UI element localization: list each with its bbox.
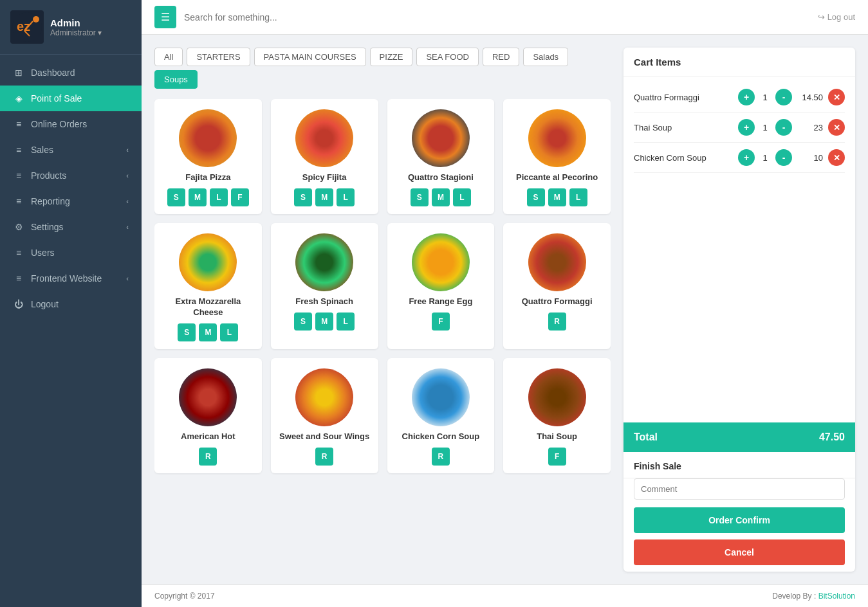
size-btn-m[interactable]: M bbox=[432, 188, 450, 206]
dev-credit: Develop By : BitSolution bbox=[772, 592, 855, 601]
size-btn-l[interactable]: L bbox=[453, 188, 471, 206]
sidebar-item-label: Logout bbox=[31, 299, 59, 309]
category-tab-pizze[interactable]: PIZZE bbox=[370, 48, 413, 66]
size-btn-m[interactable]: M bbox=[189, 188, 207, 206]
product-card: Quattro Stagioni SML bbox=[387, 99, 495, 214]
cart-qty-plus-button[interactable]: + bbox=[738, 149, 755, 166]
brand-logo-icon: ez bbox=[10, 10, 44, 44]
size-btn-r[interactable]: R bbox=[315, 448, 333, 466]
sidebar-item-online-orders[interactable]: ≡ Online Orders bbox=[0, 111, 142, 137]
product-card: Fresh Spinach SML bbox=[271, 223, 378, 349]
product-name: Fajita Pizza bbox=[185, 172, 230, 183]
sidebar-item-sales[interactable]: ≡ Sales ‹ bbox=[0, 137, 142, 163]
size-btn-l[interactable]: L bbox=[337, 188, 355, 206]
products-grid: Fajita Pizza SMLF Spicy Fijita SML Quatt… bbox=[154, 99, 611, 572]
sidebar-item-users[interactable]: ≡ Users bbox=[0, 240, 142, 266]
cancel-button[interactable]: Cancel bbox=[634, 539, 845, 565]
size-btn-m[interactable]: M bbox=[315, 313, 333, 331]
frontend-nav-icon: ≡ bbox=[13, 273, 24, 284]
cart-qty-plus-button[interactable]: + bbox=[738, 89, 755, 105]
size-btn-r[interactable]: R bbox=[432, 448, 450, 466]
size-btn-m[interactable]: M bbox=[315, 188, 333, 206]
cart-total-value: 47.50 bbox=[819, 431, 845, 443]
size-buttons: F bbox=[548, 448, 566, 466]
product-card: Free Range Egg F bbox=[387, 223, 495, 349]
products-nav-icon: ≡ bbox=[13, 170, 24, 181]
menu-toggle-button[interactable]: ☰ bbox=[154, 6, 176, 28]
sidebar-item-logout[interactable]: ⏻ Logout bbox=[0, 291, 142, 317]
product-img-placeholder bbox=[412, 109, 470, 167]
product-image bbox=[295, 109, 353, 167]
cart-qty-minus-button[interactable]: - bbox=[775, 119, 792, 136]
size-btn-m[interactable]: M bbox=[199, 323, 217, 341]
size-btn-f[interactable]: F bbox=[231, 188, 249, 206]
size-btn-l[interactable]: L bbox=[569, 188, 587, 206]
copyright-text: Copyright © 2017 bbox=[154, 592, 215, 601]
comment-input[interactable] bbox=[634, 478, 845, 500]
cart-item: Thai Soup + 1 - 23 ✕ bbox=[634, 113, 845, 143]
sidebar-item-products[interactable]: ≡ Products ‹ bbox=[0, 163, 142, 188]
cart-item-qty: 1 bbox=[760, 123, 770, 132]
product-name: Sweet and Sour Wings bbox=[279, 431, 369, 442]
size-btn-s[interactable]: S bbox=[167, 188, 185, 206]
size-btn-f[interactable]: F bbox=[548, 448, 566, 466]
size-btn-l[interactable]: L bbox=[337, 313, 355, 331]
category-tab-red[interactable]: RED bbox=[483, 48, 519, 66]
category-tab-pasta[interactable]: PASTA MAIN COURSES bbox=[254, 48, 366, 66]
sidebar-item-frontend[interactable]: ≡ Frontend Website ‹ bbox=[0, 266, 142, 291]
sales-nav-icon: ≡ bbox=[13, 145, 24, 155]
size-btn-r[interactable]: R bbox=[199, 448, 217, 466]
cart-remove-button[interactable]: ✕ bbox=[828, 89, 845, 105]
cart-remove-button[interactable]: ✕ bbox=[828, 149, 845, 166]
sidebar-item-dashboard[interactable]: ⊞ Dashboard bbox=[0, 60, 142, 86]
user-info: Admin Administrator ▾ bbox=[50, 17, 102, 37]
category-tab-all[interactable]: All bbox=[154, 48, 183, 66]
sidebar-item-label: Reporting bbox=[31, 196, 70, 206]
sidebar-item-label: Online Orders bbox=[31, 119, 87, 129]
cart-qty-minus-button[interactable]: - bbox=[775, 89, 792, 105]
user-role[interactable]: Administrator ▾ bbox=[50, 28, 102, 37]
size-buttons: R bbox=[432, 448, 450, 466]
cart-total-label: Total bbox=[634, 431, 658, 443]
cart-qty-plus-button[interactable]: + bbox=[738, 119, 755, 136]
product-image bbox=[295, 233, 353, 291]
nav-arrow-icon: ‹ bbox=[126, 275, 129, 282]
nav-arrow-icon: ‹ bbox=[126, 172, 129, 179]
size-buttons: SML bbox=[294, 313, 355, 331]
category-tab-starters[interactable]: STARTERS bbox=[187, 48, 250, 66]
size-btn-f[interactable]: F bbox=[432, 313, 450, 331]
nav-arrow-icon: ‹ bbox=[126, 223, 129, 231]
dev-link[interactable]: BitSolution bbox=[818, 592, 855, 601]
cart-total-bar: Total 47.50 bbox=[623, 422, 855, 452]
sidebar-item-label: Point of Sale bbox=[31, 93, 82, 104]
product-img-placeholder bbox=[295, 368, 353, 426]
size-btn-s[interactable]: S bbox=[294, 188, 312, 206]
product-card: Spicy Fijita SML bbox=[271, 99, 378, 214]
category-tab-soups[interactable]: Soups bbox=[154, 70, 198, 89]
main-content: ☰ ↪ Log out AllSTARTERSPASTA MAIN COURSE… bbox=[142, 0, 868, 607]
product-img-placeholder bbox=[528, 233, 586, 291]
sidebar-item-settings[interactable]: ⚙ Settings ‹ bbox=[0, 214, 142, 240]
cart-qty-minus-button[interactable]: - bbox=[775, 149, 792, 166]
size-btn-s[interactable]: S bbox=[294, 313, 312, 331]
order-confirm-button[interactable]: Order Confirm bbox=[634, 507, 845, 533]
cart-item-qty: 1 bbox=[760, 153, 770, 163]
size-btn-s[interactable]: S bbox=[178, 323, 196, 341]
size-buttons: SML bbox=[411, 188, 471, 206]
sidebar-item-reporting[interactable]: ≡ Reporting ‹ bbox=[0, 188, 142, 214]
logout-button[interactable]: ↪ Log out bbox=[818, 12, 855, 22]
category-tab-seafood[interactable]: SEA FOOD bbox=[416, 48, 478, 66]
size-btn-r[interactable]: R bbox=[548, 313, 566, 331]
search-input[interactable] bbox=[184, 12, 810, 23]
sidebar: ez Admin Administrator ▾ ⊞ Dashboard ◈ P… bbox=[0, 0, 142, 607]
nav-arrow-icon: ‹ bbox=[126, 197, 129, 205]
size-btn-l[interactable]: L bbox=[210, 188, 228, 206]
size-btn-l[interactable]: L bbox=[220, 323, 238, 341]
size-buttons: R bbox=[548, 313, 566, 331]
size-btn-m[interactable]: M bbox=[548, 188, 566, 206]
cart-remove-button[interactable]: ✕ bbox=[828, 119, 845, 136]
category-tab-salads[interactable]: Salads bbox=[523, 48, 568, 66]
size-btn-s[interactable]: S bbox=[411, 188, 429, 206]
sidebar-item-pos[interactable]: ◈ Point of Sale bbox=[0, 86, 142, 111]
size-btn-s[interactable]: S bbox=[527, 188, 545, 206]
